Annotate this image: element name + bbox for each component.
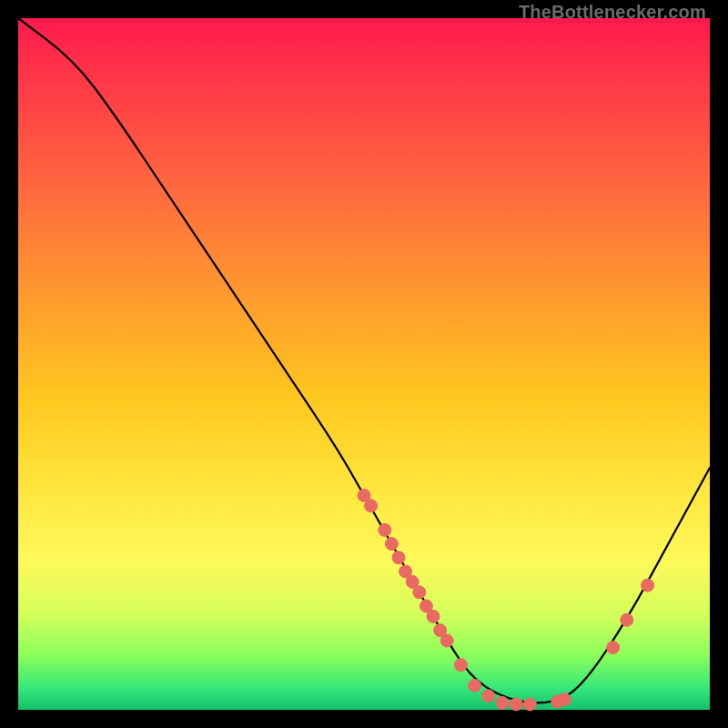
data-marker [496, 696, 509, 709]
chart-frame [18, 18, 710, 710]
data-marker [510, 698, 522, 711]
data-marker [379, 523, 391, 536]
data-marker [365, 500, 378, 512]
data-marker [427, 610, 440, 622]
data-marker [413, 586, 426, 599]
data-marker [454, 659, 467, 672]
marker-group [358, 489, 654, 711]
data-marker [607, 642, 620, 654]
data-marker [482, 690, 495, 703]
data-marker [642, 579, 654, 592]
data-marker [385, 538, 398, 551]
data-marker [469, 679, 481, 692]
chart-svg [18, 18, 710, 710]
data-marker [621, 613, 633, 626]
data-marker [558, 693, 571, 706]
bottleneck-curve [18, 18, 710, 703]
data-marker [440, 634, 453, 647]
data-marker [392, 551, 405, 564]
data-marker [523, 698, 536, 711]
